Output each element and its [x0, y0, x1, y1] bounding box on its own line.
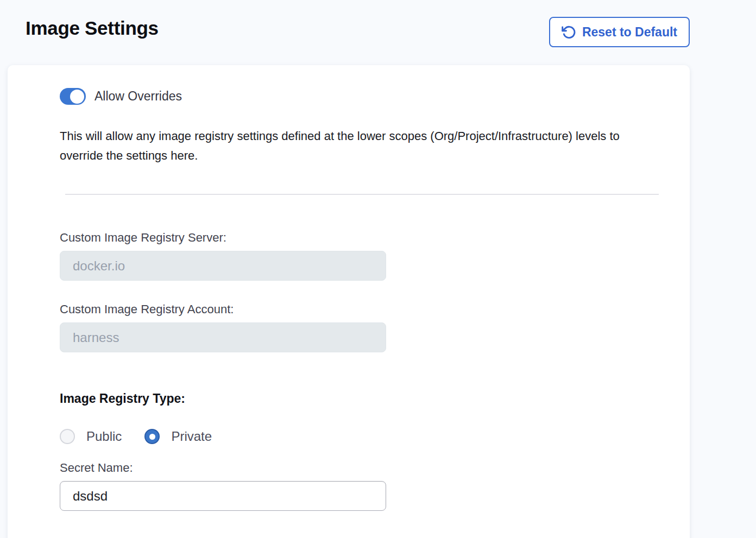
secret-name-field: Secret Name: [60, 461, 663, 511]
radio-option-private[interactable]: Private [144, 429, 212, 444]
page-title: Image Settings [26, 15, 159, 41]
page-header: Image Settings Reset to Default [0, 0, 756, 47]
override-description: This will allow any image registry setti… [60, 126, 665, 166]
allow-overrides-row: Allow Overrides [60, 88, 663, 105]
toggle-knob-icon [70, 90, 84, 104]
reset-button-label: Reset to Default [582, 25, 677, 40]
radio-public-label: Public [86, 429, 122, 444]
registry-server-label: Custom Image Registry Server: [60, 231, 663, 245]
registry-account-label: Custom Image Registry Account: [60, 302, 663, 317]
radio-selected-icon [144, 429, 160, 444]
section-divider [65, 194, 659, 195]
secret-name-input[interactable] [60, 481, 386, 511]
reset-ccw-icon [562, 25, 576, 40]
registry-type-label: Image Registry Type: [60, 391, 663, 406]
image-settings-page: Image Settings Reset to Default Allow Ov… [0, 0, 756, 538]
settings-card: Allow Overrides This will allow any imag… [8, 65, 690, 538]
registry-server-field: Custom Image Registry Server: [60, 231, 663, 281]
secret-name-label: Secret Name: [60, 461, 663, 475]
registry-server-input[interactable] [60, 251, 386, 281]
radio-unselected-icon [60, 429, 75, 444]
allow-overrides-toggle[interactable] [60, 88, 86, 105]
radio-option-public[interactable]: Public [60, 429, 122, 444]
radio-private-label: Private [171, 429, 212, 444]
registry-type-section: Image Registry Type: Public Private [60, 391, 663, 444]
registry-account-input[interactable] [60, 322, 386, 352]
reset-to-default-button[interactable]: Reset to Default [549, 17, 690, 47]
allow-overrides-label: Allow Overrides [94, 89, 182, 104]
registry-type-options: Public Private [60, 429, 663, 444]
registry-account-field: Custom Image Registry Account: [60, 302, 663, 352]
